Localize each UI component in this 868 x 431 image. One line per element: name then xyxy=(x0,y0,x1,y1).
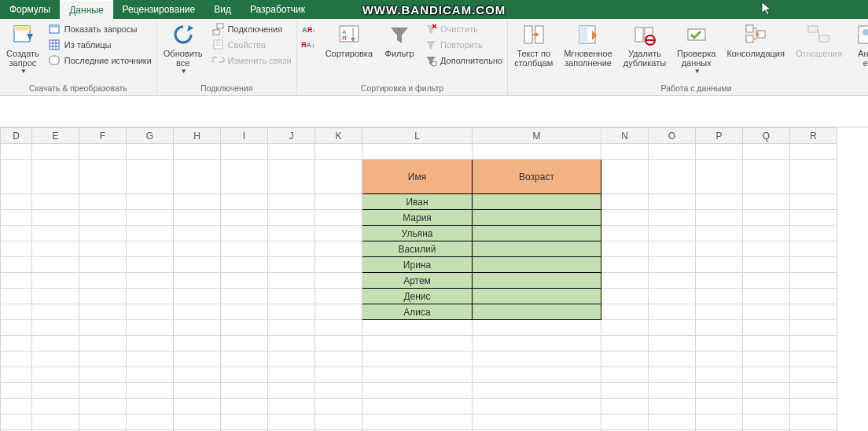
cell-P5[interactable] xyxy=(696,226,743,241)
cell-K4[interactable] xyxy=(315,210,362,226)
cell-L9[interactable]: Денис xyxy=(362,289,473,304)
cell-H6[interactable] xyxy=(174,241,221,257)
cell-R13[interactable] xyxy=(790,352,837,367)
cell-Q1[interactable] xyxy=(743,144,790,160)
flash-fill-button[interactable]: Мгновенное заполнение xyxy=(561,20,616,69)
cell-N7[interactable] xyxy=(601,257,649,273)
cell-H15[interactable] xyxy=(174,383,221,399)
cell-L1[interactable] xyxy=(362,144,473,160)
cell-H10[interactable] xyxy=(174,304,221,320)
clear-filter-button[interactable]: Очистить xyxy=(423,22,504,36)
cell-O6[interactable] xyxy=(649,241,696,257)
cell-E8[interactable] xyxy=(32,273,79,289)
cell-R2[interactable] xyxy=(790,160,837,194)
cell-F6[interactable] xyxy=(79,241,127,257)
cell-F12[interactable] xyxy=(79,336,127,352)
cell-K16[interactable] xyxy=(315,399,362,414)
cell-P17[interactable] xyxy=(696,414,743,430)
whatif-button[interactable]: Ана е xyxy=(850,20,868,69)
cell-D8[interactable] xyxy=(1,273,32,289)
cell-J6[interactable] xyxy=(268,241,315,257)
cell-F2[interactable] xyxy=(79,160,127,194)
column-header-O[interactable]: O xyxy=(649,128,696,144)
cell-G11[interactable] xyxy=(127,320,174,336)
cell-H5[interactable] xyxy=(174,226,221,241)
cell-G9[interactable] xyxy=(127,289,174,304)
cell-I13[interactable] xyxy=(221,352,268,367)
cell-F7[interactable] xyxy=(79,257,127,273)
cell-Q14[interactable] xyxy=(743,367,790,383)
cell-R4[interactable] xyxy=(790,210,837,226)
cell-H7[interactable] xyxy=(174,257,221,273)
column-header-J[interactable]: J xyxy=(268,128,315,144)
column-header-H[interactable]: H xyxy=(174,128,221,144)
reapply-button[interactable]: Повторить xyxy=(423,38,504,52)
cell-Q12[interactable] xyxy=(743,336,790,352)
cell-J10[interactable] xyxy=(268,304,315,320)
cell-G1[interactable] xyxy=(127,144,174,160)
cell-D14[interactable] xyxy=(1,367,32,383)
cell-K2[interactable] xyxy=(315,160,362,194)
column-header-G[interactable]: G xyxy=(127,128,174,144)
cell-L17[interactable] xyxy=(362,414,473,430)
cell-N10[interactable] xyxy=(601,304,649,320)
cell-R6[interactable] xyxy=(790,241,837,257)
cell-O9[interactable] xyxy=(649,289,696,304)
cell-G6[interactable] xyxy=(127,241,174,257)
cell-D3[interactable] xyxy=(1,194,32,210)
cell-N17[interactable] xyxy=(601,414,649,430)
cell-J17[interactable] xyxy=(268,414,315,430)
cell-D11[interactable] xyxy=(1,320,32,336)
cell-O11[interactable] xyxy=(649,320,696,336)
cell-N4[interactable] xyxy=(601,210,649,226)
tab-view[interactable]: Вид xyxy=(204,0,241,19)
cell-O3[interactable] xyxy=(649,194,696,210)
cell-M5[interactable] xyxy=(473,226,601,241)
cell-M15[interactable] xyxy=(473,383,601,399)
cell-E10[interactable] xyxy=(32,304,79,320)
cell-K9[interactable] xyxy=(315,289,362,304)
cell-J4[interactable] xyxy=(268,210,315,226)
cell-M14[interactable] xyxy=(473,367,601,383)
cell-P6[interactable] xyxy=(696,241,743,257)
cell-F10[interactable] xyxy=(79,304,127,320)
cell-M3[interactable] xyxy=(473,194,601,210)
cell-Q17[interactable] xyxy=(743,414,790,430)
cell-R10[interactable] xyxy=(790,304,837,320)
cell-D17[interactable] xyxy=(1,414,32,430)
cell-J15[interactable] xyxy=(268,383,315,399)
cell-L6[interactable]: Василий xyxy=(362,241,473,257)
cell-D15[interactable] xyxy=(1,383,32,399)
cell-Q10[interactable] xyxy=(743,304,790,320)
cell-L7[interactable]: Ирина xyxy=(362,257,473,273)
cell-P12[interactable] xyxy=(696,336,743,352)
cell-F5[interactable] xyxy=(79,226,127,241)
cell-J12[interactable] xyxy=(268,336,315,352)
remove-duplicates-button[interactable]: Удалить дубликаты xyxy=(620,20,669,69)
cell-N6[interactable] xyxy=(601,241,649,257)
column-header-Q[interactable]: Q xyxy=(743,128,790,144)
cell-H12[interactable] xyxy=(174,336,221,352)
column-header-D[interactable]: D xyxy=(1,128,32,144)
cell-M13[interactable] xyxy=(473,352,601,367)
cell-E14[interactable] xyxy=(32,367,79,383)
cell-D4[interactable] xyxy=(1,210,32,226)
cell-H11[interactable] xyxy=(174,320,221,336)
cell-J13[interactable] xyxy=(268,352,315,367)
cell-D9[interactable] xyxy=(1,289,32,304)
cell-K13[interactable] xyxy=(315,352,362,367)
cell-F14[interactable] xyxy=(79,367,127,383)
cell-L11[interactable] xyxy=(362,320,473,336)
cell-F15[interactable] xyxy=(79,383,127,399)
cell-O5[interactable] xyxy=(649,226,696,241)
cell-E9[interactable] xyxy=(32,289,79,304)
cell-K3[interactable] xyxy=(315,194,362,210)
cell-N15[interactable] xyxy=(601,383,649,399)
cell-R15[interactable] xyxy=(790,383,837,399)
cell-R12[interactable] xyxy=(790,336,837,352)
cell-Q5[interactable] xyxy=(743,226,790,241)
cell-J2[interactable] xyxy=(268,160,315,194)
cell-J9[interactable] xyxy=(268,289,315,304)
cell-N3[interactable] xyxy=(601,194,649,210)
cell-M17[interactable] xyxy=(473,414,601,430)
